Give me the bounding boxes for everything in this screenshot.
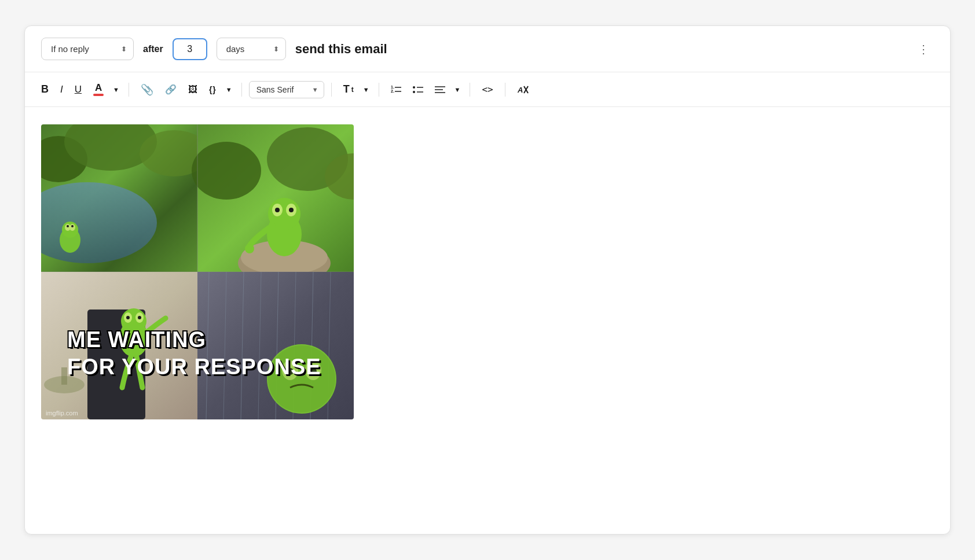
svg-text:imgflip.com: imgflip.com xyxy=(46,410,78,417)
align-icon xyxy=(435,84,445,95)
header-bar: If no reply If reply Always ⬍ after days… xyxy=(25,26,950,72)
ordered-list-icon: 1. 2. xyxy=(391,84,401,95)
svg-text:2.: 2. xyxy=(391,89,394,93)
align-button[interactable] xyxy=(430,81,450,98)
more-options-button[interactable]: ⋮ xyxy=(914,39,934,60)
image-icon: 🖼 xyxy=(188,84,197,95)
variable-dropdown-button[interactable]: ▼ xyxy=(223,83,234,97)
image-button[interactable]: 🖼 xyxy=(184,81,202,98)
italic-button[interactable]: I xyxy=(56,80,68,99)
toolbar-divider-5 xyxy=(470,83,470,97)
svg-point-47 xyxy=(138,316,141,319)
condition-select-wrapper[interactable]: If no reply If reply Always ⬍ xyxy=(41,38,134,60)
send-email-label: send this email xyxy=(295,42,387,57)
svg-text:A: A xyxy=(517,86,523,94)
align-dropdown-button[interactable]: ▼ xyxy=(452,83,463,97)
meme-image: ME WAITING FOR YOUR RESPONSE ME WAITING … xyxy=(41,124,354,419)
svg-point-24 xyxy=(71,225,74,227)
ordered-list-button[interactable]: 1. 2. xyxy=(386,81,406,98)
days-select-wrapper[interactable]: days hours weeks ⬍ xyxy=(217,38,286,60)
unordered-list-icon xyxy=(413,84,423,95)
font-family-wrapper[interactable]: Sans Serif Serif Monospace Arial Georgia… xyxy=(249,81,324,98)
svg-point-37 xyxy=(245,244,254,253)
font-size-dropdown-button[interactable]: ▼ xyxy=(361,83,372,97)
svg-point-4 xyxy=(413,86,415,89)
toolbar-divider-6 xyxy=(505,83,505,97)
font-color-letter: A xyxy=(95,83,102,93)
toolbar-divider-4 xyxy=(379,83,379,97)
svg-point-20 xyxy=(62,222,78,238)
svg-point-35 xyxy=(275,208,280,212)
editor-content[interactable]: ME WAITING FOR YOUR RESPONSE ME WAITING … xyxy=(25,107,950,454)
clear-format-button[interactable]: A xyxy=(512,80,533,99)
svg-rect-49 xyxy=(61,367,67,385)
days-number-input[interactable] xyxy=(173,38,207,60)
toolbar: B I U A ▼ 📎 🔗 🖼 {} ▼ Sans Serif Serif Mo xyxy=(25,72,950,107)
bold-button[interactable]: B xyxy=(36,80,53,99)
svg-text:ME WAITING: ME WAITING xyxy=(67,327,206,352)
font-color-button[interactable]: A xyxy=(89,79,108,100)
meme-svg: ME WAITING FOR YOUR RESPONSE ME WAITING … xyxy=(41,124,354,419)
attachment-icon: 📎 xyxy=(141,83,153,96)
svg-text:FOR YOUR RESPONSE: FOR YOUR RESPONSE xyxy=(67,355,321,379)
toolbar-divider-3 xyxy=(331,83,332,97)
code-icon: <> xyxy=(482,84,493,95)
svg-point-26 xyxy=(192,142,261,200)
after-label: after xyxy=(143,44,163,54)
clear-format-icon: A xyxy=(517,84,529,95)
code-button[interactable]: <> xyxy=(477,80,497,98)
attachment-button[interactable]: 📎 xyxy=(136,80,158,100)
email-editor-card: If no reply If reply Always ⬍ after days… xyxy=(24,25,951,535)
svg-text:1.: 1. xyxy=(391,85,394,89)
condition-select[interactable]: If no reply If reply Always xyxy=(41,38,134,60)
font-color-bar xyxy=(93,94,104,96)
font-size-button[interactable]: Tt xyxy=(339,80,358,99)
link-icon: 🔗 xyxy=(165,84,177,95)
toolbar-divider-1 xyxy=(129,83,129,97)
variable-icon: {} xyxy=(209,85,217,94)
svg-point-36 xyxy=(289,208,294,212)
font-size-sub-icon: t xyxy=(351,86,354,94)
toolbar-divider-2 xyxy=(241,83,242,97)
unordered-list-button[interactable] xyxy=(408,81,428,98)
underline-button[interactable]: U xyxy=(70,80,86,99)
variable-button[interactable]: {} xyxy=(204,82,221,98)
font-family-select[interactable]: Sans Serif Serif Monospace Arial Georgia xyxy=(249,81,324,98)
days-unit-select[interactable]: days hours weeks xyxy=(217,38,286,60)
svg-point-5 xyxy=(413,91,415,93)
font-size-icon: T xyxy=(343,83,350,95)
link-button[interactable]: 🔗 xyxy=(160,80,181,98)
svg-point-23 xyxy=(67,225,69,227)
font-color-dropdown-button[interactable]: ▼ xyxy=(111,83,122,97)
svg-point-46 xyxy=(126,316,130,319)
